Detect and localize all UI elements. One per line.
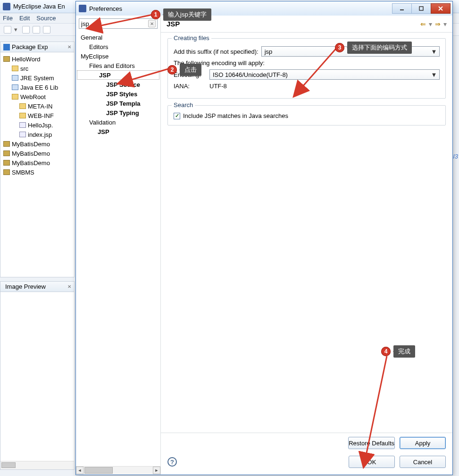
menu-edit[interactable]: Edit: [19, 15, 30, 22]
fold-icon: [12, 66, 18, 71]
preferences-tree[interactable]: GeneralEditorsMyEclipseFiles and Editors…: [76, 32, 160, 466]
tree-item[interactable]: MyBatisDemo: [0, 149, 74, 158]
proj-icon: [3, 56, 10, 62]
package-explorer-tree[interactable]: HelloWordsrcJRE SystemJava EE 6 LibWebRo…: [0, 52, 74, 179]
tree-item[interactable]: JRE System: [0, 73, 74, 83]
tree-item[interactable]: META-IN: [0, 101, 74, 111]
scroll-right-icon[interactable]: ►: [153, 467, 160, 474]
toolbar-print-icon[interactable]: [43, 26, 50, 33]
svg-rect-1: [419, 7, 423, 10]
chevron-down-icon: ▼: [431, 48, 437, 55]
close-button[interactable]: [431, 3, 451, 14]
encoding-combo[interactable]: ISO 10646/Unicode(UTF-8) ▼: [209, 69, 440, 80]
page-nav-icons[interactable]: ⇐▾ ⇒▾: [420, 20, 447, 28]
iana-label: IANA:: [174, 83, 207, 90]
tree-item[interactable]: Java EE 6 Lib: [0, 83, 74, 92]
image-preview-header[interactable]: Image Preview ✕: [0, 282, 74, 292]
preferences-title-text: Preferences: [89, 5, 122, 12]
pref-tree-item[interactable]: MyEclipse: [76, 51, 160, 61]
preferences-tree-scrollbar[interactable]: ◄ ►: [76, 466, 160, 475]
preferences-filter-input[interactable]: [79, 18, 158, 29]
pref-tree-item[interactable]: Editors: [76, 42, 160, 51]
creating-files-group: Creating files Add this suffix (if not s…: [167, 38, 446, 99]
image-preview-view: Image Preview ✕: [0, 281, 75, 470]
suffix-label: Add this suffix (if not specified):: [174, 48, 259, 55]
ok-button[interactable]: OK: [349, 456, 395, 468]
tree-item[interactable]: HelloJsp.: [0, 120, 74, 130]
package-explorer-title: Package Exp: [12, 43, 48, 50]
fold-icon: [19, 113, 26, 118]
package-explorer-view: Package Exp ✕ HelloWordsrcJRE SystemJava…: [0, 42, 75, 277]
lib-icon: [12, 75, 18, 81]
fold-icon: [12, 94, 18, 100]
preferences-tree-panel: ✕ GeneralEditorsMyEclipseFiles and Edito…: [76, 16, 161, 475]
tree-item-label: WebRoot: [20, 93, 46, 100]
menu-file[interactable]: File: [3, 15, 13, 22]
suffix-value: jsp: [265, 48, 273, 55]
maximize-button[interactable]: [411, 3, 431, 14]
tree-item-label: Java EE 6 Lib: [20, 84, 58, 91]
eclipse-title-text: MyEclipse Java En: [13, 3, 65, 10]
tree-item[interactable]: WebRoot: [0, 92, 74, 101]
image-preview-scrollbar[interactable]: [0, 461, 74, 469]
pref-tree-item[interactable]: JSP: [77, 70, 159, 80]
pref-tree-item[interactable]: Validation: [76, 117, 160, 127]
package-explorer-header[interactable]: Package Exp ✕: [0, 42, 74, 52]
apply-button[interactable]: Apply: [400, 437, 446, 449]
preferences-titlebar[interactable]: Preferences: [76, 1, 452, 16]
menu-source[interactable]: Source: [36, 15, 56, 22]
help-icon[interactable]: ?: [167, 457, 177, 467]
tree-item[interactable]: index.jsp: [0, 130, 74, 139]
minimize-button[interactable]: [392, 3, 412, 14]
pref-tree-item[interactable]: JSP: [76, 127, 160, 136]
preferences-page: JSP ⇐▾ ⇒▾ Creating files Add this suffix…: [161, 16, 452, 475]
creating-files-legend: Creating files: [172, 34, 211, 42]
lib-icon: [12, 84, 18, 90]
include-jsp-label: Include JSP matches in Java searches: [183, 112, 288, 119]
preferences-dialog: Preferences ✕ GeneralEditorsMyEclipseFil…: [75, 1, 453, 475]
proj-icon: [3, 160, 10, 166]
restore-defaults-button[interactable]: Restore Defaults: [348, 437, 395, 449]
toolbar-saveall-icon[interactable]: [33, 26, 40, 33]
file-icon: [19, 132, 26, 137]
nav-forward-icon[interactable]: ⇒: [435, 20, 441, 28]
eclipse-app-icon: [3, 3, 10, 10]
proj-icon: [3, 169, 10, 175]
toolbar-save-icon[interactable]: [22, 26, 30, 33]
cancel-button[interactable]: Cancel: [400, 456, 446, 468]
tree-item[interactable]: SMBMS: [0, 167, 74, 177]
tree-item-label: MyBatisDemo: [12, 150, 50, 157]
suffix-combo[interactable]: jsp ▼: [261, 46, 440, 57]
tree-item[interactable]: MyBatisDemo: [0, 139, 74, 149]
tree-item[interactable]: src: [0, 64, 74, 73]
view-close-icon[interactable]: ✕: [67, 284, 71, 289]
scroll-left-icon[interactable]: ◄: [76, 467, 83, 474]
view-close-icon[interactable]: ✕: [67, 44, 71, 50]
preferences-icon: [79, 5, 86, 12]
pref-tree-item[interactable]: JSP Styles: [76, 89, 160, 99]
fold-icon: [19, 103, 26, 109]
clear-filter-icon[interactable]: ✕: [148, 20, 156, 27]
toolbar-new-icon[interactable]: [4, 26, 11, 33]
tree-item[interactable]: HelloWord: [0, 54, 74, 64]
proj-icon: [3, 150, 10, 156]
pref-tree-item[interactable]: JSP Typing: [76, 108, 160, 117]
checkbox-check-icon: ✓: [174, 113, 180, 119]
tree-item[interactable]: WEB-INF: [0, 111, 74, 120]
tree-item-label: MyBatisDemo: [12, 141, 50, 148]
search-legend: Search: [172, 101, 195, 109]
tree-item-label: WEB-INF: [28, 112, 54, 119]
page-title: JSP: [167, 20, 180, 28]
pref-tree-item[interactable]: Files and Editors: [76, 61, 160, 70]
pref-tree-item[interactable]: JSP Templa: [76, 99, 160, 108]
tree-item-label: HelloWord: [12, 56, 40, 63]
tree-item-label: HelloJsp.: [28, 122, 53, 129]
pref-tree-item[interactable]: General: [76, 33, 160, 42]
include-jsp-checkbox[interactable]: ✓ Include JSP matches in Java searches: [174, 112, 440, 119]
nav-back-icon[interactable]: ⇐: [420, 20, 426, 28]
iana-value: UTF-8: [209, 83, 227, 90]
tree-item[interactable]: MyBatisDemo: [0, 158, 74, 167]
tree-item-label: index.jsp: [28, 131, 52, 138]
aux-text: I3: [453, 153, 458, 160]
pref-tree-item[interactable]: JSP Source: [76, 80, 160, 89]
